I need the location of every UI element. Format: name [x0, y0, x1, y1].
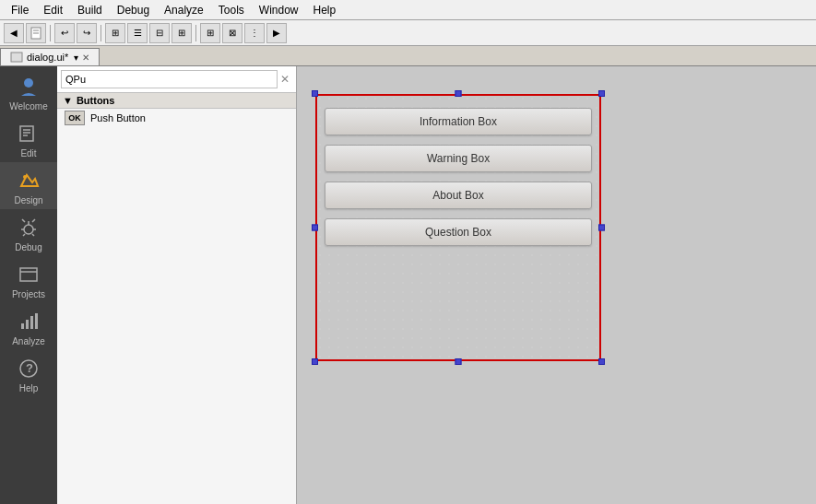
sidebar-item-design[interactable]: Design — [0, 162, 57, 209]
analyze-icon — [16, 309, 41, 334]
handle-bottom-right[interactable] — [598, 358, 605, 365]
design-canvas-wrapper: Information Box Warning Box About Box Qu… — [315, 94, 798, 361]
sidebar-item-analyze[interactable]: Analyze — [0, 303, 57, 350]
sidebar-design-label: Design — [14, 195, 42, 205]
toolbar-file-icon[interactable] — [26, 23, 46, 43]
menu-analyze[interactable]: Analyze — [157, 2, 211, 18]
tab-dropdown-icon[interactable]: ▾ — [74, 53, 78, 63]
search-bar: ✕ — [57, 66, 296, 93]
svg-rect-18 — [26, 320, 29, 329]
toolbar-layout1[interactable]: ⊞ — [105, 23, 125, 43]
sidebar-debug-label: Debug — [15, 242, 41, 252]
toolbar-redo[interactable]: ↪ — [77, 23, 97, 43]
toolbar-undo[interactable]: ↩ — [54, 23, 75, 43]
design-icon — [16, 168, 41, 193]
menubar: File Edit Build Debug Analyze Tools Wind… — [0, 0, 816, 20]
main-layout: Welcome Edit Design — [0, 66, 816, 504]
widget-item-pushbutton[interactable]: OK Push Button — [57, 109, 296, 127]
sidebar: Welcome Edit Design — [0, 66, 57, 504]
projects-icon — [16, 262, 41, 287]
toolbar-action1[interactable]: ▶ — [266, 23, 287, 43]
btn-about-box[interactable]: About Box — [325, 182, 592, 209]
category-arrow-icon: ▼ — [63, 95, 73, 106]
handle-bottom-left[interactable] — [312, 358, 318, 365]
menu-help[interactable]: Help — [306, 2, 344, 18]
btn-warning-box[interactable]: Warning Box — [325, 145, 592, 172]
toolbar-break[interactable]: ⋮ — [244, 23, 265, 43]
sidebar-help-label: Help — [19, 383, 39, 393]
svg-rect-20 — [35, 313, 38, 329]
svg-text:?: ? — [26, 361, 33, 375]
edit-icon — [16, 121, 41, 147]
toolbar-layout4[interactable]: ⊞ — [171, 23, 192, 43]
toolbar-layout2[interactable]: ☰ — [127, 23, 148, 43]
menu-edit[interactable]: Edit — [36, 2, 70, 18]
svg-point-10 — [24, 225, 33, 234]
sidebar-projects-label: Projects — [12, 289, 45, 299]
sidebar-item-edit[interactable]: Edit — [0, 115, 57, 162]
menu-file[interactable]: File — [4, 2, 36, 18]
handle-bottom-middle[interactable] — [455, 358, 462, 365]
pushbutton-icon: OK — [65, 111, 85, 125]
toolbar-separator-1 — [50, 25, 51, 41]
svg-rect-19 — [30, 316, 33, 329]
menu-debug[interactable]: Debug — [110, 2, 157, 18]
toolbar: ◀ ↩ ↪ ⊞ ☰ ⊟ ⊞ ⊞ ⊠ ⋮ ▶ — [0, 20, 816, 46]
sidebar-item-projects[interactable]: Projects — [0, 256, 57, 303]
svg-rect-3 — [11, 53, 22, 62]
toolbar-separator-3 — [195, 25, 196, 41]
widget-category-buttons: ▼ Buttons — [57, 93, 296, 109]
svg-point-9 — [23, 175, 27, 179]
svg-rect-5 — [20, 126, 33, 141]
widget-panel: ✕ ▼ Buttons OK Push Button — [57, 66, 297, 504]
svg-rect-17 — [21, 323, 24, 329]
tab-dialog[interactable]: dialog.ui* ▾ ✕ — [0, 48, 100, 65]
tab-label: dialog.ui* — [27, 52, 68, 63]
search-input[interactable] — [61, 70, 278, 88]
welcome-icon — [16, 74, 41, 100]
sidebar-item-welcome[interactable]: Welcome — [0, 68, 57, 115]
toolbar-grid2[interactable]: ⊠ — [222, 23, 242, 43]
search-clear-btn[interactable]: ✕ — [278, 72, 292, 87]
toolbar-layout3[interactable]: ⊟ — [149, 23, 170, 43]
pushbutton-label: Push Button — [90, 112, 146, 123]
tabbar: dialog.ui* ▾ ✕ — [0, 46, 816, 66]
svg-point-4 — [24, 78, 33, 88]
debug-icon — [16, 215, 41, 240]
tab-close-btn[interactable]: ✕ — [82, 53, 89, 63]
sidebar-item-help[interactable]: ? Help — [0, 350, 57, 397]
menu-build[interactable]: Build — [70, 2, 110, 18]
svg-rect-15 — [20, 268, 37, 281]
help-icon: ? — [16, 356, 41, 381]
svg-line-14 — [32, 234, 34, 236]
toolbar-back[interactable]: ◀ — [4, 23, 24, 43]
sidebar-analyze-label: Analyze — [12, 336, 45, 346]
btn-information-box[interactable]: Information Box — [325, 108, 592, 135]
design-canvas[interactable]: Information Box Warning Box About Box Qu… — [315, 94, 601, 361]
sidebar-item-debug[interactable]: Debug — [0, 209, 57, 256]
sidebar-welcome-label: Welcome — [9, 101, 48, 111]
menu-window[interactable]: Window — [252, 2, 306, 18]
svg-line-13 — [23, 234, 25, 236]
sidebar-edit-label: Edit — [20, 148, 36, 158]
btn-question-box[interactable]: Question Box — [325, 218, 592, 246]
canvas-area[interactable]: Information Box Warning Box About Box Qu… — [297, 66, 816, 504]
menu-tools[interactable]: Tools — [211, 2, 252, 18]
category-label: Buttons — [77, 95, 115, 106]
toolbar-separator-2 — [101, 25, 101, 41]
canvas-buttons: Information Box Warning Box About Box Qu… — [315, 94, 601, 260]
toolbar-grid1[interactable]: ⊞ — [200, 23, 220, 43]
